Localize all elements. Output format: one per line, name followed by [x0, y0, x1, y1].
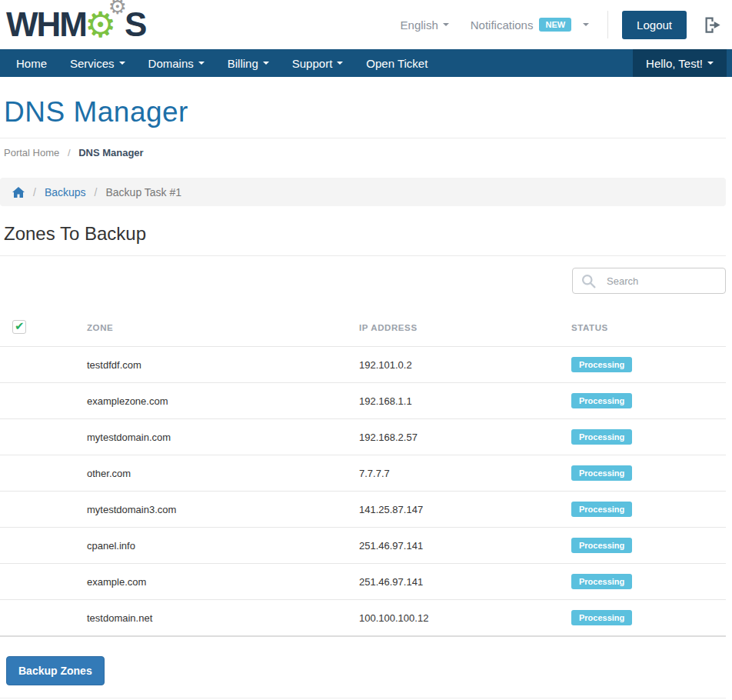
- column-header-ip: IP ADDRESS: [359, 314, 571, 347]
- ip-address-cell: 251.46.97.141: [359, 528, 571, 564]
- table-row: testdomain.net 100.100.100.12 Processing: [0, 600, 726, 637]
- chevron-down-icon: [263, 62, 269, 65]
- ip-address-cell: 192.168.2.57: [359, 419, 571, 455]
- main-navbar: Home Services Domains Billing Support Op…: [0, 49, 732, 77]
- breadcrumb-current: DNS Manager: [78, 147, 144, 158]
- home-icon[interactable]: [12, 187, 25, 198]
- zone-cell: examplezone.com: [87, 383, 359, 419]
- status-badge: Processing: [571, 502, 632, 517]
- title-divider: [0, 138, 726, 138]
- ip-address-cell: 251.46.97.141: [359, 564, 571, 600]
- chevron-down-icon: [198, 62, 205, 65]
- logout-button[interactable]: Logout: [622, 11, 687, 39]
- nav-item-services[interactable]: Services: [58, 49, 137, 77]
- table-row: example.com 251.46.97.141 Processing: [0, 564, 726, 600]
- notifications-new-badge: NEW: [539, 18, 571, 32]
- status-badge: Processing: [571, 393, 632, 408]
- zones-table-body: testdfdf.com 192.101.0.2 Processing exam…: [0, 347, 726, 637]
- ip-address-cell: 192.168.1.1: [359, 383, 571, 419]
- zone-cell: mytestdomain3.com: [87, 492, 359, 528]
- header-actions: English Notifications NEW Logout: [401, 11, 723, 39]
- nav-item-home[interactable]: Home: [5, 49, 58, 77]
- check-icon: ✔: [15, 319, 25, 333]
- status-badge: Processing: [571, 610, 632, 625]
- search-input[interactable]: [597, 275, 717, 287]
- section-title: Zones To Backup: [4, 223, 726, 245]
- nav-item-support[interactable]: Support: [281, 49, 355, 77]
- ip-address-cell: 7.7.7.7: [359, 455, 571, 492]
- nav-label: Domains: [148, 57, 194, 70]
- zone-cell: example.com: [87, 564, 359, 600]
- zone-cell: other.com: [87, 455, 359, 492]
- status-badge: Processing: [571, 465, 632, 481]
- nav-label: Billing: [228, 57, 258, 70]
- ip-address-cell: 192.101.0.2: [359, 347, 571, 383]
- page-title: DNS Manager: [4, 96, 726, 128]
- table-row: mytestdomain3.com 141.25.87.147 Processi…: [0, 492, 726, 528]
- chevron-down-icon: [583, 23, 589, 26]
- status-badge: Processing: [571, 574, 632, 589]
- nav-item-billing[interactable]: Billing: [216, 49, 281, 77]
- breadcrumb-separator: /: [68, 147, 71, 158]
- sign-out-icon[interactable]: [702, 15, 723, 35]
- breadcrumb-separator: /: [33, 186, 36, 198]
- chevron-down-icon: [119, 62, 125, 65]
- chevron-down-icon: [337, 62, 343, 65]
- language-label: English: [401, 18, 438, 32]
- breadcrumb-portal-home[interactable]: Portal Home: [4, 147, 59, 158]
- status-badge: Processing: [571, 538, 632, 553]
- module-breadcrumb: / Backups / Backup Task #1: [0, 178, 726, 206]
- search-box: [572, 268, 726, 294]
- nav-label: Services: [70, 57, 115, 70]
- table-row: cpanel.info 251.46.97.141 Processing: [0, 528, 726, 564]
- select-all-checkbox[interactable]: ✔: [12, 320, 26, 334]
- status-badge: Processing: [571, 357, 632, 372]
- ip-address-cell: 100.100.100.12: [359, 600, 571, 637]
- nav-label: Open Ticket: [366, 57, 428, 70]
- nav-item-domains[interactable]: Domains: [137, 49, 216, 77]
- gray-gear-icon: ⚙: [108, 0, 127, 17]
- column-header-zone: ZONE: [87, 314, 359, 347]
- search-row: [0, 268, 726, 294]
- backup-zones-button[interactable]: Backup Zones: [6, 656, 105, 685]
- language-dropdown[interactable]: English: [401, 18, 449, 32]
- section-divider: [0, 255, 726, 256]
- top-header: WHM ⚙ ⚙ S English Notifications NEW Logo…: [0, 0, 732, 49]
- status-badge: Processing: [571, 429, 632, 445]
- ip-address-cell: 141.25.87.147: [359, 492, 571, 528]
- page-container: DNS Manager Portal Home / DNS Manager / …: [0, 96, 726, 700]
- zone-cell: cpanel.info: [87, 528, 359, 564]
- user-menu-dropdown[interactable]: Hello, Test!: [633, 49, 727, 77]
- chevron-down-icon: [443, 23, 449, 26]
- notifications-dropdown[interactable]: Notifications NEW: [471, 18, 589, 32]
- zone-cell: testdfdf.com: [87, 347, 359, 383]
- table-row: testdfdf.com 192.101.0.2 Processing: [0, 347, 726, 383]
- logo-text-whm: WHM: [6, 8, 86, 42]
- search-icon: [581, 273, 597, 289]
- table-header-row: ✔ ZONE IP ADDRESS STATUS: [0, 314, 726, 347]
- zone-cell: mytestdomain.com: [87, 419, 359, 455]
- breadcrumb-backups-link[interactable]: Backups: [45, 186, 86, 198]
- user-menu-label: Hello, Test!: [646, 57, 703, 70]
- zones-table: ✔ ZONE IP ADDRESS STATUS testdfdf.com 19…: [0, 314, 726, 637]
- column-header-status: STATUS: [571, 314, 726, 347]
- logo-text-s: S: [125, 8, 145, 42]
- table-row: other.com 7.7.7.7 Processing: [0, 455, 726, 492]
- nav-label: Support: [292, 57, 333, 70]
- breadcrumb-backup-task: Backup Task #1: [105, 186, 181, 198]
- nav-label: Home: [16, 57, 47, 70]
- header-divider: [607, 11, 608, 38]
- nav-item-open-ticket[interactable]: Open Ticket: [354, 49, 439, 77]
- zone-cell: testdomain.net: [87, 600, 359, 637]
- logo-gears: ⚙ ⚙: [86, 4, 125, 45]
- table-row: examplezone.com 192.168.1.1 Processing: [0, 383, 726, 419]
- table-row: mytestdomain.com 192.168.2.57 Processing: [0, 419, 726, 455]
- chevron-down-icon: [707, 62, 714, 65]
- breadcrumb: Portal Home / DNS Manager: [4, 147, 726, 158]
- whmcs-logo[interactable]: WHM ⚙ ⚙ S: [6, 4, 145, 45]
- notifications-label: Notifications: [471, 18, 534, 32]
- breadcrumb-separator: /: [95, 186, 98, 198]
